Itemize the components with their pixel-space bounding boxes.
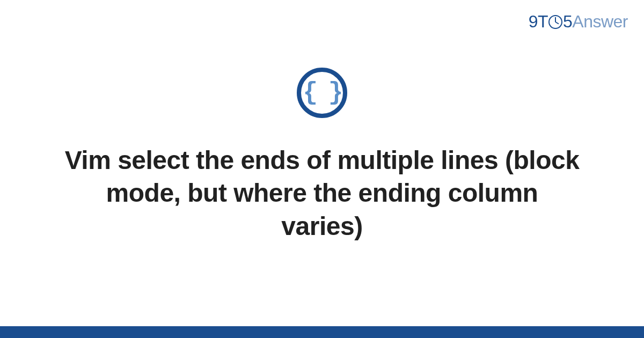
question-title: Vim select the ends of multiple lines (b… xyxy=(64,144,580,243)
main-content: { } Vim select the ends of multiple line… xyxy=(0,68,644,243)
clock-icon xyxy=(548,15,562,29)
footer-bar xyxy=(0,326,644,338)
topic-icon-circle: { } xyxy=(297,68,347,118)
brand-t: T xyxy=(538,12,548,31)
brand-five: 5 xyxy=(563,12,572,31)
code-braces-icon: { } xyxy=(303,80,341,105)
brand-answer: Answer xyxy=(572,12,628,31)
brand-nine: 9 xyxy=(529,12,538,31)
brand-logo: 9T5Answer xyxy=(529,12,628,32)
